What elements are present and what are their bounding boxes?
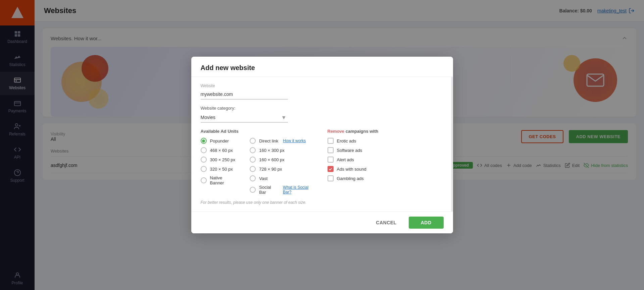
- radio-vast-input[interactable]: [250, 175, 256, 181]
- category-select-wrap: Movies Music Sports News Entertainment T…: [201, 113, 288, 123]
- options-columns: Available Ad Units Popunder: [201, 129, 444, 196]
- modal-title: Add new website: [201, 64, 444, 72]
- checkbox-erotic-ads-input[interactable]: [328, 138, 334, 144]
- radio-320x50-input[interactable]: [201, 166, 207, 172]
- cancel-button[interactable]: CANCEL: [368, 217, 404, 229]
- ad-units-column: Available Ad Units Popunder: [201, 129, 317, 196]
- remove-label: Remove: [328, 129, 345, 134]
- checkbox-alert-ads-input[interactable]: [328, 157, 334, 163]
- checkbox-ads-with-sound-input[interactable]: [328, 166, 334, 172]
- ad-units-col2: Direct link How it works 160 × 300 px 16: [250, 138, 316, 195]
- modal-footer: CANCEL ADD: [191, 212, 453, 233]
- checkbox-software-ads[interactable]: Software ads: [328, 147, 444, 153]
- radio-300x250[interactable]: 300 × 250 px: [201, 157, 237, 163]
- radio-native-banner[interactable]: Native Banner: [201, 175, 237, 185]
- category-select[interactable]: Movies Music Sports News Entertainment T…: [201, 113, 288, 123]
- category-group: Website category: Movies Music Sports Ne…: [201, 106, 444, 123]
- add-website-modal: Add new website Website Website category…: [191, 57, 453, 233]
- remove-suffix: campaigns with: [346, 129, 379, 134]
- radio-direct-link[interactable]: Direct link How it works: [250, 138, 316, 144]
- modal-body: Website Website category: Movies Music S…: [191, 77, 453, 212]
- radio-160x600[interactable]: 160 × 600 px: [250, 157, 316, 163]
- website-input[interactable]: [201, 90, 288, 100]
- social-bar-link[interactable]: What is Social Bar?: [283, 185, 316, 194]
- checkbox-software-ads-input[interactable]: [328, 147, 334, 153]
- radio-160x600-input[interactable]: [250, 157, 256, 163]
- radio-320x50[interactable]: 320 × 50 px: [201, 166, 237, 172]
- radio-popunder[interactable]: Popunder: [201, 138, 237, 144]
- radio-160x300[interactable]: 160 × 300 px: [250, 147, 316, 153]
- website-label: Website: [201, 83, 444, 88]
- how-it-works-link[interactable]: How it works: [283, 138, 306, 143]
- website-input-group: Website: [201, 83, 444, 100]
- hint-text: For better results, please use only one …: [201, 200, 444, 205]
- radio-728x90[interactable]: 728 × 90 px: [250, 166, 316, 172]
- category-label: Website category:: [201, 106, 444, 111]
- add-button[interactable]: ADD: [409, 217, 444, 229]
- checkbox-gambling-ads-input[interactable]: [328, 175, 334, 181]
- modal-header: Add new website: [191, 57, 453, 77]
- modal-overlay: Add new website Website Website category…: [0, 0, 644, 290]
- ad-units-title: Available Ad Units: [201, 129, 317, 134]
- checkbox-gambling-ads[interactable]: Gambling ads: [328, 175, 444, 181]
- radio-728x90-input[interactable]: [250, 166, 256, 172]
- ad-units-col1: Popunder 468 × 60 px 300 × 250 px: [201, 138, 237, 195]
- ad-units-radio-group: Popunder 468 × 60 px 300 × 250 px: [201, 138, 317, 195]
- checkbox-ads-with-sound[interactable]: Ads with sound: [328, 166, 444, 172]
- radio-popunder-input[interactable]: [201, 138, 207, 144]
- radio-468x60[interactable]: 468 × 60 px: [201, 147, 237, 153]
- radio-160x300-input[interactable]: [250, 147, 256, 153]
- radio-300x250-input[interactable]: [201, 157, 207, 163]
- radio-native-banner-input[interactable]: [201, 177, 207, 183]
- radio-social-bar-input[interactable]: [250, 187, 256, 193]
- radio-468x60-input[interactable]: [201, 147, 207, 153]
- checkbox-alert-ads[interactable]: Alert ads: [328, 157, 444, 163]
- remove-campaigns-title: Remove campaigns with: [328, 129, 444, 134]
- radio-social-bar[interactable]: Social Bar What is Social Bar?: [250, 185, 316, 195]
- checkbox-erotic-ads[interactable]: Erotic ads: [328, 138, 444, 144]
- radio-vast[interactable]: Vast: [250, 175, 316, 181]
- radio-direct-link-input[interactable]: [250, 138, 256, 144]
- remove-campaigns-column: Remove campaigns with Erotic ads Softwar…: [328, 129, 444, 196]
- remove-campaigns-checkboxes: Erotic ads Software ads Alert ads: [328, 138, 444, 181]
